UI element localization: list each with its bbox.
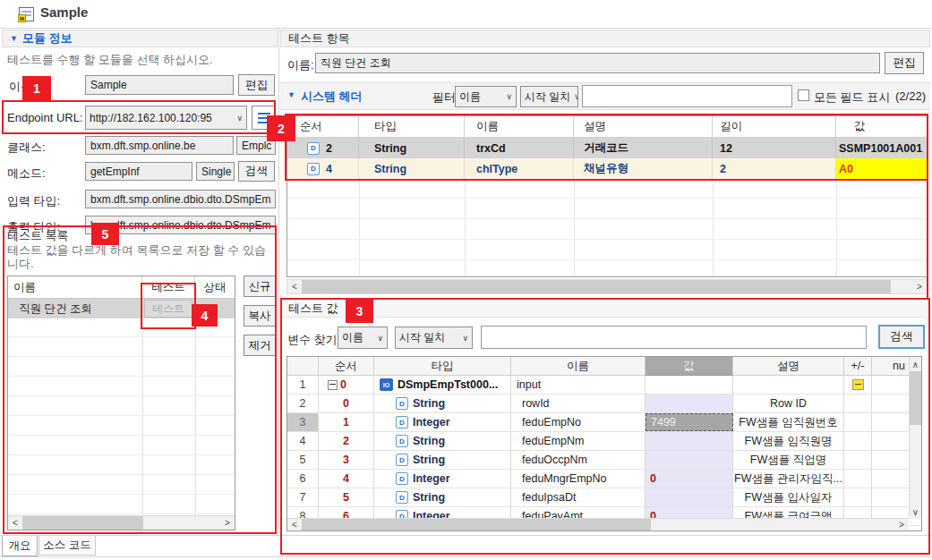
grid-line [713, 178, 714, 276]
all-fields-label[interactable]: 모든 필드 표시 [814, 89, 890, 106]
system-header-empty-rows [287, 178, 927, 276]
module-icon-m-badge: M [18, 14, 26, 22]
grid-line [836, 178, 837, 276]
module-edit-button[interactable]: 편집 [238, 74, 275, 96]
divider [0, 28, 932, 29]
method-field[interactable]: getEmpInf [85, 162, 192, 181]
input-type-label: 입력 타입: [7, 193, 60, 209]
method-label: 메소드: [7, 165, 46, 182]
filter-match-value: 시작 일치 [525, 89, 570, 105]
scroll-left-icon[interactable]: < [287, 280, 302, 293]
annotation-badge-5: 5 [91, 223, 119, 245]
grid-line [574, 178, 575, 276]
class-field[interactable]: bxm.dft.smp.online.be [85, 136, 234, 155]
filter-field-value: 이름 [459, 89, 481, 105]
input-type-field[interactable]: bxm.dft.smp.online.dbio.dto.DSmpEm [85, 190, 276, 208]
module-name-field[interactable]: Sample [85, 75, 234, 95]
annotation-badge-2: 2 [267, 115, 295, 141]
method-search-button[interactable]: 검색 [238, 161, 275, 182]
module-info-header-bar: ▼ 모듈 정보 [2, 30, 278, 47]
annotation-box-2 [285, 114, 928, 181]
chevron-down-icon: ∨ [502, 92, 512, 101]
class-label: 클래스: [7, 140, 46, 156]
chevron-down-icon: ∨ [570, 92, 578, 101]
system-header-hscrollbar[interactable]: < > [286, 279, 928, 294]
filter-field-select[interactable]: 이름 ∨ [455, 86, 517, 107]
scroll-right-icon[interactable]: > [912, 280, 927, 293]
annotation-badge-3: 3 [346, 300, 373, 323]
module-info-header: 모듈 정보 [22, 30, 73, 47]
tab-source-code[interactable]: 소스 코드 [38, 536, 96, 556]
filter-match-select[interactable]: 시작 일치 ∨ [520, 86, 578, 107]
divider [0, 556, 932, 557]
annotation-badge-1: 1 [22, 76, 51, 100]
annotation-box-3 [280, 298, 930, 555]
method-field-2[interactable]: Single [196, 162, 235, 181]
grid-line [465, 178, 466, 276]
annotation-badge-4: 4 [192, 304, 218, 327]
annotation-line-right [927, 181, 928, 298]
test-item-header: 테스트 항목 [288, 30, 350, 47]
test-item-edit-button[interactable]: 편집 [885, 52, 924, 74]
scrollbar-thumb[interactable] [302, 280, 891, 293]
all-fields-count: (2/22) [895, 89, 926, 103]
collapse-triangle-icon[interactable]: ▼ [287, 90, 295, 99]
system-header-title: 시스템 헤더 [301, 89, 363, 105]
test-item-name-label: 이름: [287, 57, 314, 73]
module-icon-line [21, 11, 31, 13]
annotation-box-5 [3, 225, 277, 534]
test-item-name-field[interactable]: 직원 단건 조회 [315, 53, 880, 73]
tab-overview[interactable]: 개요 [2, 536, 38, 556]
all-fields-checkbox[interactable] [798, 89, 809, 101]
module-icon: M [19, 7, 34, 21]
pane-divider [278, 28, 279, 535]
page-title: Sample [40, 4, 88, 20]
test-item-header-bar: 테스트 항목 [280, 30, 930, 47]
module-info-description: 테스트를 수행 할 모듈을 선택 하십시오. [7, 52, 213, 68]
grid-line [359, 178, 360, 276]
collapse-triangle-icon[interactable]: ▼ [10, 34, 18, 43]
system-header-filter-input[interactable] [582, 85, 792, 107]
annotation-box-1 [2, 100, 276, 134]
test-tool-window: M Sample ▼ 모듈 정보 테스트를 수행 할 모듈을 선택 하십시오. … [0, 0, 932, 560]
